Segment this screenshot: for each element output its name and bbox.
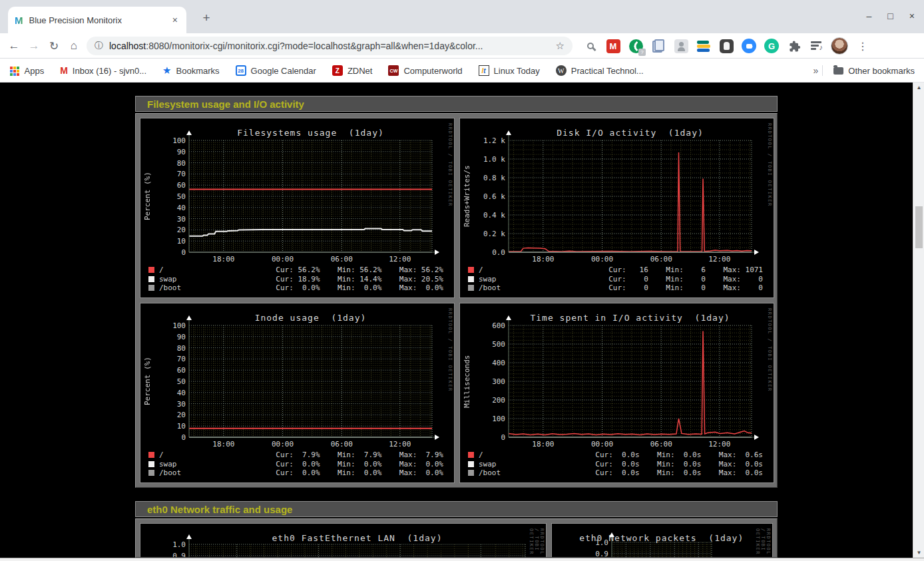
- legend-stats: Cur: 0.0s Min: 0.0s Max: 0.0s: [595, 460, 763, 468]
- svg-text:40: 40: [177, 204, 186, 212]
- svg-text:100: 100: [492, 415, 505, 423]
- legend-series-name: /boot: [479, 468, 578, 477]
- star-icon: ★: [162, 65, 171, 77]
- reload-button[interactable]: ↻: [44, 39, 64, 53]
- url-host: localhost: [109, 41, 146, 51]
- scrollbar[interactable]: ▲ ▼: [913, 83, 924, 558]
- svg-text:1.2 k: 1.2 k: [483, 136, 505, 145]
- bookmark-google-calendar[interactable]: 28Google Calendar: [236, 65, 316, 76]
- person-extension-icon[interactable]: [672, 37, 690, 55]
- video-meeting-extension-icon[interactable]: [740, 37, 758, 55]
- chart-plot: 1.00.90.80.70.60.50.40.30.20.10.018:0000…: [552, 524, 773, 558]
- maximize-button[interactable]: □: [887, 11, 893, 21]
- grammarly-icon: G: [764, 39, 779, 53]
- chart-panel-eth0-lan[interactable]: eth0 FastEthernet LAN (1day) RRDTOOL / T…: [140, 523, 547, 558]
- gmail-m-icon: M: [60, 65, 68, 76]
- wordpress-icon: W: [556, 65, 567, 76]
- legend-stats: Cur: 0.0s Min: 0.0s Max: 0.6s: [595, 451, 763, 459]
- svg-text:100: 100: [172, 321, 186, 330]
- forward-button[interactable]: →: [24, 39, 44, 53]
- svg-text:12:00: 12:00: [389, 440, 411, 449]
- svg-text:90: 90: [177, 333, 186, 341]
- svg-text:1.0: 1.0: [172, 540, 186, 549]
- svg-text:0.6 k: 0.6 k: [483, 192, 505, 201]
- close-window-button[interactable]: ×: [909, 11, 915, 21]
- chart-panel-eth0-packets[interactable]: eth0 Network packets (1day) s/s RRDTOOL …: [551, 523, 773, 558]
- books-extension-icon[interactable]: [695, 37, 712, 55]
- scrollbar-thumb[interactable]: [915, 206, 923, 248]
- legend-row: /bootCur: 0.0% Min: 0.0% Max: 0.0%: [148, 283, 443, 292]
- legend-row: /bootCur: 0.0s Min: 0.0s Max: 0.0s: [468, 468, 763, 477]
- legend-row: swapCur: 0.0% Min: 0.0% Max: 0.0%: [148, 459, 443, 468]
- svg-text:30: 30: [177, 400, 186, 409]
- grammarly-extension-icon[interactable]: G: [763, 37, 780, 55]
- charts-frame-filesystem: Filesystems usage (1day) Percent (%) RRD…: [135, 113, 778, 488]
- person-icon: [674, 39, 688, 53]
- legend-color-swatch: [468, 461, 474, 467]
- back-button[interactable]: ←: [4, 39, 24, 53]
- charts-frame-eth0: eth0 FastEthernet LAN (1day) RRDTOOL / T…: [135, 518, 778, 558]
- bookmark-computerworld[interactable]: CWComputerworld: [388, 65, 462, 76]
- bookmarks-overflow-chevron[interactable]: »: [813, 65, 823, 76]
- tab-blue-precision-monitorix[interactable]: M Blue Precision Monitorix ×: [8, 7, 186, 33]
- computerworld-icon: CW: [388, 65, 399, 76]
- legend-stats: Cur: 16 Min: 6 Max: 1071: [608, 266, 763, 274]
- legend-stats: Cur: 0.0% Min: 0.0% Max: 0.0%: [276, 468, 443, 477]
- svg-text:100: 100: [172, 136, 186, 145]
- bookmark-star-icon[interactable]: ☆: [551, 40, 565, 52]
- svg-text:200: 200: [492, 396, 505, 405]
- home-button[interactable]: ⌂: [64, 39, 84, 53]
- bookmark-zdnet[interactable]: ZZDNet: [332, 65, 373, 76]
- chart-panel-inode-usage[interactable]: Inode usage (1day) Percent (%) RRDTOOL /…: [140, 303, 455, 483]
- playlist-extension-icon[interactable]: ♪: [808, 37, 825, 55]
- gmail-extension-icon[interactable]: M: [604, 37, 622, 55]
- legend-series-name: /boot: [159, 468, 259, 477]
- other-bookmarks[interactable]: Other bookmarks: [833, 66, 915, 76]
- scrollbar-up-arrow[interactable]: ▲: [913, 85, 924, 91]
- svg-text:18:00: 18:00: [212, 440, 234, 449]
- legend-stats: Cur: 0.0% Min: 0.0% Max: 0.0%: [276, 283, 443, 292]
- tab-close-icon[interactable]: ×: [170, 15, 180, 25]
- legend-color-swatch: [148, 285, 154, 291]
- site-info-icon[interactable]: ⓘ: [95, 40, 103, 52]
- svg-text:06:00: 06:00: [331, 440, 353, 449]
- book-stack-icon: [697, 41, 710, 52]
- browser-window: M Blue Precision Monitorix × + – □ × ← →…: [0, 0, 924, 561]
- legend-series-name: /boot: [479, 283, 578, 292]
- zdnet-icon: Z: [332, 65, 343, 76]
- legend-series-name: /: [159, 451, 259, 459]
- chart-panel-time-in-io[interactable]: Time spent in I/O activity (1day) Millis…: [459, 303, 774, 483]
- chart-panel-disk-io-activity[interactable]: Disk I/O activity (1day) Reads+Writes/s …: [459, 118, 774, 298]
- bookmark-practical-technology[interactable]: WPractical Technol...: [556, 65, 644, 76]
- legend-stats: Cur: 0.0s Min: 0.0s Max: 0.0s: [595, 468, 763, 477]
- voice-extension-icon[interactable]: ?: [627, 37, 644, 55]
- new-tab-button[interactable]: +: [197, 11, 216, 25]
- profile-avatar[interactable]: [831, 37, 848, 55]
- minimize-button[interactable]: –: [867, 11, 872, 21]
- browser-menu-button[interactable]: ⋮: [853, 40, 872, 53]
- svg-text:90: 90: [177, 148, 186, 156]
- calendar-icon: 28: [236, 65, 246, 76]
- bookmark-gmail-inbox[interactable]: MInbox (16) - sjvn0...: [60, 65, 146, 76]
- svg-text:18:00: 18:00: [212, 255, 234, 264]
- legend-row: swapCur: 0 Min: 0 Max: 0: [468, 274, 763, 283]
- legend-stats: Cur: 0.0% Min: 0.0% Max: 0.0%: [276, 460, 443, 468]
- url-bar[interactable]: ⓘ localhost :8080/monitorix-cgi/monitori…: [87, 37, 573, 55]
- scrollbar-down-arrow[interactable]: ▼: [913, 550, 924, 556]
- extensions-puzzle-button[interactable]: [786, 37, 803, 55]
- chart-legend: /Cur: 0.0s Min: 0.0s Max: 0.6sswapCur: 0…: [468, 451, 763, 477]
- lamp-extension-icon[interactable]: [718, 37, 735, 55]
- bookmarks-bar: Apps MInbox (16) - sjvn0... ★Bookmarks 2…: [0, 59, 924, 83]
- apps-shortcut[interactable]: Apps: [9, 66, 44, 76]
- bookmark-bookmarks[interactable]: ★Bookmarks: [162, 65, 219, 77]
- legend-color-swatch: [468, 267, 474, 273]
- legend-series-name: swap: [479, 275, 578, 283]
- search-extension-icon[interactable]: [582, 37, 599, 55]
- chart-panel-filesystems-usage[interactable]: Filesystems usage (1day) Percent (%) RRD…: [140, 118, 455, 298]
- legend-stats: Cur: 7.9% Min: 7.9% Max: 7.9%: [276, 451, 443, 459]
- copy-icon: [652, 39, 664, 53]
- legend-color-swatch: [148, 452, 154, 458]
- copy-pages-extension-icon[interactable]: [650, 37, 667, 55]
- monitorix-page: Filesystem usage and I/O activity Filesy…: [135, 96, 778, 558]
- bookmark-linux-today[interactable]: ltLinux Today: [479, 65, 540, 76]
